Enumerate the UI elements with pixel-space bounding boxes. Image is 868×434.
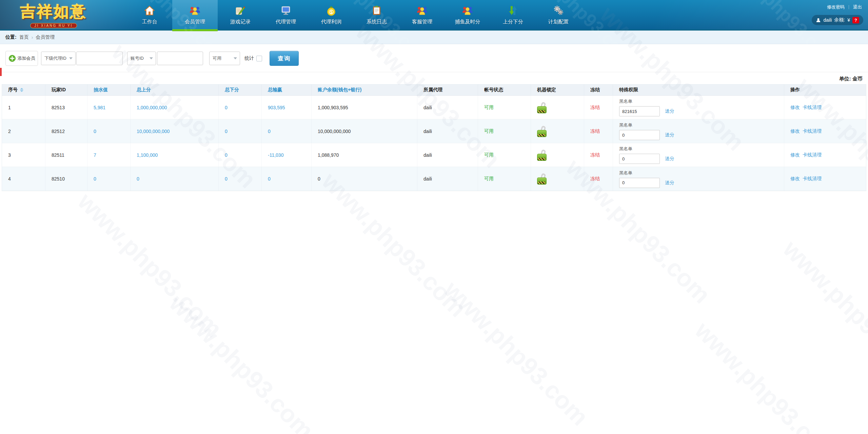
send-score-link[interactable]: 送分	[665, 108, 674, 114]
edit-link[interactable]: 修改	[790, 152, 800, 158]
freeze-link[interactable]: 冻结	[590, 176, 600, 182]
status-select-value: 可用	[213, 55, 221, 61]
send-score-input[interactable]	[619, 154, 660, 164]
cell-player-id: 82511	[45, 143, 87, 167]
status-badge: 可用	[484, 128, 494, 134]
unlock-icon[interactable]	[537, 149, 547, 161]
nav-item-agent-profit[interactable]: $ 代理利润	[309, 0, 354, 30]
win-loss-link[interactable]: 0	[268, 176, 271, 182]
rake-link[interactable]: 0	[94, 129, 96, 134]
blacklist-label: 黑名单	[619, 170, 632, 176]
breadcrumb-home[interactable]: 首页	[19, 34, 29, 40]
account-id-input[interactable]	[157, 52, 203, 65]
chevron-down-icon	[150, 57, 153, 59]
balance-refresh-badge[interactable]: ?	[852, 17, 859, 23]
clear-line-link[interactable]: 卡线清理	[803, 105, 822, 111]
status-badge: 可用	[484, 152, 494, 158]
nav-item-game-records[interactable]: 游戏记录	[218, 0, 263, 30]
unlock-icon[interactable]	[537, 126, 547, 137]
send-score-link[interactable]: 送分	[665, 156, 674, 162]
nav-item-agent-management[interactable]: 代理管理	[263, 0, 309, 30]
unlock-icon[interactable]	[537, 173, 547, 185]
members-icon	[416, 5, 428, 16]
edit-link[interactable]: 修改	[790, 176, 800, 182]
clipboard-icon	[371, 5, 383, 16]
nav-label: 游戏记录	[230, 19, 251, 25]
edit-link[interactable]: 修改	[790, 105, 800, 111]
rake-link[interactable]: 5,981	[94, 105, 105, 110]
send-score-input[interactable]	[619, 178, 660, 188]
search-button[interactable]: 查询	[270, 51, 299, 66]
agent-id-select-value: 下级代理ID	[44, 55, 66, 61]
members-icon	[189, 5, 201, 16]
watermark-text: www.php93.com	[690, 316, 845, 434]
win-loss-link[interactable]: 903,595	[268, 105, 285, 110]
agent-id-select[interactable]: 下级代理ID	[41, 52, 76, 65]
cell-serial: 3	[2, 143, 45, 167]
total-down-link[interactable]: 0	[225, 129, 228, 134]
logout-link[interactable]: 退出	[853, 4, 862, 10]
total-up-link[interactable]: 0	[137, 176, 139, 182]
header-total-up[interactable]: 总上分	[131, 84, 219, 95]
account-id-select[interactable]: 账号ID	[127, 52, 156, 65]
rake-link[interactable]: 0	[94, 176, 96, 182]
members-icon	[461, 5, 474, 16]
cell-balance: 10,000,000,000	[312, 119, 417, 143]
header-total-down[interactable]: 总下分	[219, 84, 262, 95]
header-machine-lock: 机器锁定	[531, 84, 584, 95]
unit-label: 单位: 金币	[0, 72, 868, 84]
send-score-link[interactable]: 送分	[665, 180, 674, 186]
change-password-link[interactable]: 修改密码	[827, 4, 845, 10]
nav-item-fishing-points[interactable]: 捕鱼及时分	[445, 0, 490, 30]
total-down-link[interactable]: 0	[225, 176, 228, 182]
nav-item-support-management[interactable]: 客服管理	[399, 0, 445, 30]
left-red-strip	[0, 68, 2, 76]
clear-line-link[interactable]: 卡线清理	[803, 128, 822, 134]
total-up-link[interactable]: 10,000,000,000	[137, 129, 170, 134]
header-serial[interactable]: 序号	[2, 84, 45, 95]
add-member-button[interactable]: 添加会员	[5, 51, 38, 66]
header-win-loss[interactable]: 总输赢	[262, 84, 312, 95]
total-down-link[interactable]: 0	[225, 152, 228, 158]
nav-label: 系统日志	[367, 19, 387, 25]
nav-item-workbench[interactable]: 工作台	[127, 0, 172, 30]
header-rake[interactable]: 抽水值	[87, 84, 131, 95]
agent-id-input[interactable]	[76, 52, 123, 65]
freeze-link[interactable]: 冻结	[590, 152, 600, 158]
nav-label: 计划配置	[548, 19, 569, 25]
table-header-row: 序号 玩家ID 抽水值 总上分 总下分 总输赢 账户余额(钱包+银行) 所属代理…	[2, 84, 866, 96]
send-score-input[interactable]	[619, 106, 660, 116]
freeze-link[interactable]: 冻结	[590, 128, 600, 134]
header-special-permission: 特殊权限	[613, 84, 784, 95]
header-balance[interactable]: 账户余额(钱包+银行)	[312, 84, 417, 95]
send-score-link[interactable]: 送分	[665, 132, 674, 138]
total-down-link[interactable]: 0	[225, 105, 228, 110]
edit-link[interactable]: 修改	[790, 128, 800, 134]
send-score-input[interactable]	[619, 130, 660, 140]
nav-item-system-log[interactable]: 系统日志	[354, 0, 399, 30]
win-loss-link[interactable]: 0	[268, 129, 271, 134]
total-up-link[interactable]: 1,000,000,000	[137, 105, 167, 110]
table-row: 4 82510 0 0 0 0 0 daili 可用 冻结 黑名单 送分 修改	[2, 167, 866, 191]
stats-checkbox[interactable]	[256, 56, 262, 61]
clear-line-link[interactable]: 卡线清理	[803, 176, 822, 182]
header-account-status: 帐号状态	[478, 84, 531, 95]
cell-agent: daili	[417, 96, 478, 119]
cell-player-id: 82512	[45, 119, 87, 143]
rake-link[interactable]: 7	[94, 152, 96, 158]
chevron-down-icon	[69, 57, 73, 59]
total-up-link[interactable]: 1,100,000	[137, 152, 158, 158]
header-freeze: 冻结	[584, 84, 613, 95]
clear-line-link[interactable]: 卡线清理	[803, 152, 822, 158]
chevron-down-icon	[234, 57, 237, 59]
nav-item-plan-config[interactable]: 计划配置	[536, 0, 581, 30]
status-select[interactable]: 可用	[209, 52, 240, 65]
nav-item-member-management[interactable]: 会员管理	[172, 0, 218, 30]
monitor-icon	[280, 5, 292, 16]
freeze-link[interactable]: 冻结	[590, 105, 600, 111]
win-loss-link[interactable]: -11,030	[268, 152, 283, 158]
add-member-label: 添加会员	[18, 55, 35, 61]
unlock-icon[interactable]	[537, 102, 547, 113]
nav-label: 代理管理	[276, 19, 296, 25]
nav-item-score-up-down[interactable]: 上分下分	[490, 0, 536, 30]
